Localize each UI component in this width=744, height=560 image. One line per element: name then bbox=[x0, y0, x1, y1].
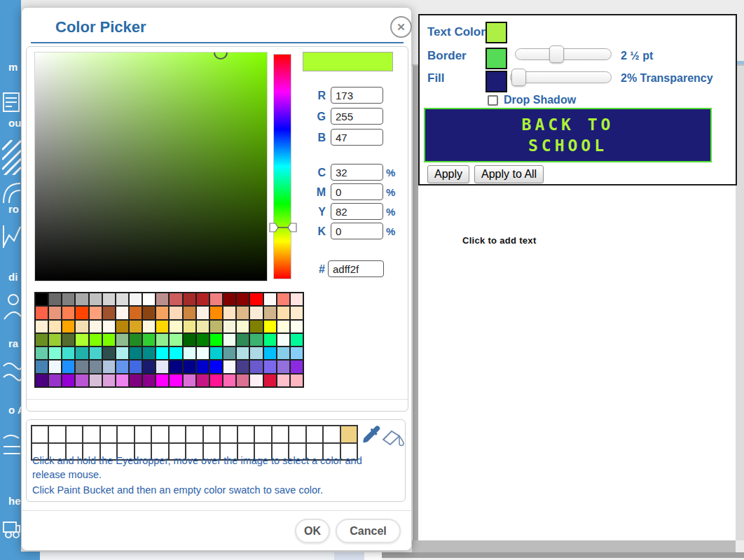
palette-swatch[interactable] bbox=[209, 320, 223, 333]
palette-swatch[interactable] bbox=[263, 306, 277, 319]
custom-swatch[interactable] bbox=[83, 426, 99, 443]
cancel-button[interactable]: Cancel bbox=[336, 519, 401, 543]
palette-swatch[interactable] bbox=[277, 320, 290, 333]
custom-swatch[interactable] bbox=[220, 426, 237, 443]
palette-swatch[interactable] bbox=[35, 360, 48, 373]
palette-swatch[interactable] bbox=[183, 333, 196, 346]
text-style-preview[interactable]: BACK TO SCHOOL bbox=[424, 108, 712, 162]
sidebar-item-label[interactable]: ou bbox=[8, 117, 21, 129]
palette-swatch[interactable] bbox=[89, 346, 102, 360]
palette-swatch[interactable] bbox=[89, 293, 102, 306]
sidebar-item-label[interactable]: he bbox=[8, 495, 21, 507]
palette-swatch[interactable] bbox=[116, 360, 129, 373]
text-placeholder[interactable]: Click to add text bbox=[462, 235, 537, 246]
palette-swatch[interactable] bbox=[263, 293, 277, 306]
palette-swatch[interactable] bbox=[116, 333, 129, 346]
palette-swatch[interactable] bbox=[290, 346, 303, 360]
palette-swatch[interactable] bbox=[249, 306, 263, 319]
layout-icon[interactable] bbox=[2, 92, 20, 115]
palette-swatch[interactable] bbox=[196, 320, 209, 333]
fill-color-swatch[interactable] bbox=[485, 71, 507, 92]
custom-swatch[interactable] bbox=[203, 426, 220, 443]
palette-swatch[interactable] bbox=[249, 333, 263, 346]
sidebar-item-label[interactable]: m bbox=[8, 61, 18, 73]
custom-swatch[interactable] bbox=[117, 426, 134, 443]
apply-button[interactable]: Apply bbox=[427, 165, 469, 183]
custom-swatch[interactable] bbox=[66, 426, 83, 443]
hue-slider-handle[interactable] bbox=[269, 223, 297, 232]
palette-swatch[interactable] bbox=[75, 306, 88, 319]
palette-swatch[interactable] bbox=[223, 333, 236, 346]
palette-swatch[interactable] bbox=[156, 293, 169, 306]
custom-swatch[interactable] bbox=[272, 426, 289, 443]
arc-icon[interactable] bbox=[2, 179, 21, 207]
g-input[interactable] bbox=[331, 108, 383, 125]
shape-icon[interactable] bbox=[2, 293, 21, 323]
palette-swatch[interactable] bbox=[129, 374, 142, 387]
custom-swatch[interactable] bbox=[100, 426, 117, 443]
text-color-swatch[interactable] bbox=[485, 22, 507, 43]
palette-swatch[interactable] bbox=[75, 360, 88, 373]
border-color-swatch[interactable] bbox=[485, 48, 507, 69]
palette-swatch[interactable] bbox=[129, 293, 142, 306]
palette-swatch[interactable] bbox=[62, 346, 75, 360]
palette-swatch[interactable] bbox=[223, 374, 236, 387]
palette-swatch[interactable] bbox=[62, 360, 75, 373]
palette-swatch[interactable] bbox=[236, 346, 249, 360]
canvas-left-scrollbar[interactable] bbox=[413, 66, 418, 540]
ok-button[interactable]: OK bbox=[295, 519, 330, 543]
palette-swatch[interactable] bbox=[209, 374, 223, 387]
palette-swatch[interactable] bbox=[196, 306, 209, 319]
palette-swatch[interactable] bbox=[249, 293, 263, 306]
palette-swatch[interactable] bbox=[156, 306, 169, 319]
paint-bucket-icon[interactable] bbox=[380, 428, 406, 452]
horizontal-scrollbar[interactable] bbox=[412, 540, 736, 552]
palette-swatch[interactable] bbox=[102, 293, 116, 306]
fill-transparency-slider-handle[interactable] bbox=[511, 69, 526, 86]
saturation-value-field[interactable] bbox=[34, 52, 268, 281]
palette-swatch[interactable] bbox=[48, 360, 62, 373]
lines-icon[interactable] bbox=[2, 433, 21, 463]
palette-swatch[interactable] bbox=[263, 333, 277, 346]
palette-swatch[interactable] bbox=[62, 374, 75, 387]
custom-swatch[interactable] bbox=[32, 426, 48, 443]
palette-swatch[interactable] bbox=[142, 293, 156, 306]
palette-swatch[interactable] bbox=[277, 306, 290, 319]
wave-icon[interactable] bbox=[2, 359, 21, 388]
palette-swatch[interactable] bbox=[169, 320, 182, 333]
palette-swatch[interactable] bbox=[35, 306, 48, 319]
palette-swatch[interactable] bbox=[116, 374, 129, 387]
palette-swatch[interactable] bbox=[236, 333, 249, 346]
c-input[interactable] bbox=[331, 164, 383, 181]
palette-swatch[interactable] bbox=[277, 360, 290, 373]
palette-swatch[interactable] bbox=[142, 360, 156, 373]
palette-swatch[interactable] bbox=[156, 333, 169, 346]
color-cursor[interactable] bbox=[214, 52, 228, 59]
palette-swatch[interactable] bbox=[75, 333, 88, 346]
palette-swatch[interactable] bbox=[75, 346, 88, 360]
palette-swatch[interactable] bbox=[263, 320, 277, 333]
palette-swatch[interactable] bbox=[209, 293, 223, 306]
palette-swatch[interactable] bbox=[48, 333, 62, 346]
palette-swatch[interactable] bbox=[223, 293, 236, 306]
palette-swatch[interactable] bbox=[102, 306, 116, 319]
palette-swatch[interactable] bbox=[62, 293, 75, 306]
palette-swatch[interactable] bbox=[183, 374, 196, 387]
r-input[interactable] bbox=[331, 87, 383, 104]
palette-swatch[interactable] bbox=[156, 346, 169, 360]
palette-swatch[interactable] bbox=[89, 333, 102, 346]
palette-swatch[interactable] bbox=[277, 346, 290, 360]
palette-swatch[interactable] bbox=[102, 346, 116, 360]
palette-swatch[interactable] bbox=[156, 374, 169, 387]
palette-swatch[interactable] bbox=[223, 320, 236, 333]
palette-swatch[interactable] bbox=[116, 293, 129, 306]
palette-swatch[interactable] bbox=[35, 333, 48, 346]
palette-swatch[interactable] bbox=[209, 360, 223, 373]
palette-swatch[interactable] bbox=[183, 306, 196, 319]
palette-swatch[interactable] bbox=[223, 360, 236, 373]
palette-swatch[interactable] bbox=[169, 346, 182, 360]
custom-swatch[interactable] bbox=[151, 426, 168, 443]
palette-swatch[interactable] bbox=[209, 333, 223, 346]
palette-swatch[interactable] bbox=[48, 293, 62, 306]
palette-swatch[interactable] bbox=[35, 293, 48, 306]
